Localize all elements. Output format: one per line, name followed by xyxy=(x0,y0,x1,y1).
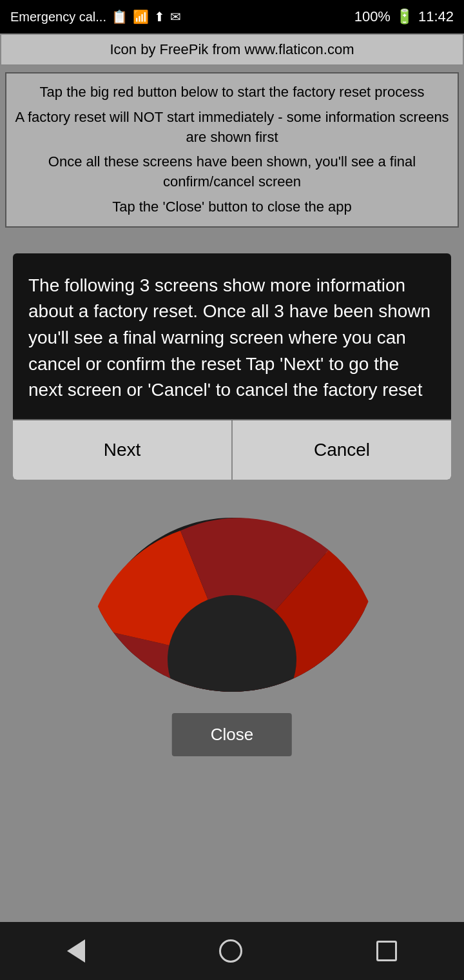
home-icon[interactable] xyxy=(219,939,242,963)
status-bar: Emergency cal... 📋 📶 ⬆ ✉ 100% 🔋 11:42 xyxy=(0,0,464,34)
close-button[interactable]: Close xyxy=(172,713,292,756)
info-line-1: Tap the big red button below to start th… xyxy=(14,83,450,103)
dialog-message: The following 3 screens show more inform… xyxy=(13,253,451,419)
main-area: The following 3 screens show more inform… xyxy=(0,234,464,795)
url-bar[interactable]: Icon by FreePik from www.flaticon.com xyxy=(0,34,464,66)
screenshot-icon: 📋 xyxy=(111,9,128,24)
info-box: Tap the big red button below to start th… xyxy=(5,72,459,228)
back-icon[interactable] xyxy=(67,939,85,963)
red-circle-container[interactable] xyxy=(84,511,380,692)
battery-icon: 🔋 xyxy=(396,8,413,25)
recents-icon[interactable] xyxy=(376,941,397,961)
url-text: Icon by FreePik from www.flaticon.com xyxy=(110,41,354,57)
nav-bar xyxy=(0,922,464,980)
info-line-4: Tap the 'Close' button to close the app xyxy=(14,197,450,217)
info-line-3: Once all these screens have been shown, … xyxy=(14,152,450,192)
cancel-button[interactable]: Cancel xyxy=(233,420,451,480)
email-icon: ✉ xyxy=(170,9,181,24)
info-line-2: A factory reset will NOT start immediate… xyxy=(14,108,450,148)
close-button-wrap: Close xyxy=(172,713,292,756)
dialog-buttons: Next Cancel xyxy=(13,419,451,480)
time-text: 11:42 xyxy=(418,8,454,25)
usb-icon: ⬆ xyxy=(154,9,165,24)
battery-text: 100% xyxy=(354,8,391,25)
dialog-overlay: The following 3 screens show more inform… xyxy=(13,253,451,480)
next-button[interactable]: Next xyxy=(13,420,233,480)
factory-reset-button-icon xyxy=(84,511,380,692)
emergency-call-text: Emergency cal... xyxy=(10,10,106,24)
wifi-icon: 📶 xyxy=(133,9,149,24)
status-right: 100% 🔋 11:42 xyxy=(354,8,454,25)
status-left: Emergency cal... 📋 📶 ⬆ ✉ xyxy=(10,9,181,24)
